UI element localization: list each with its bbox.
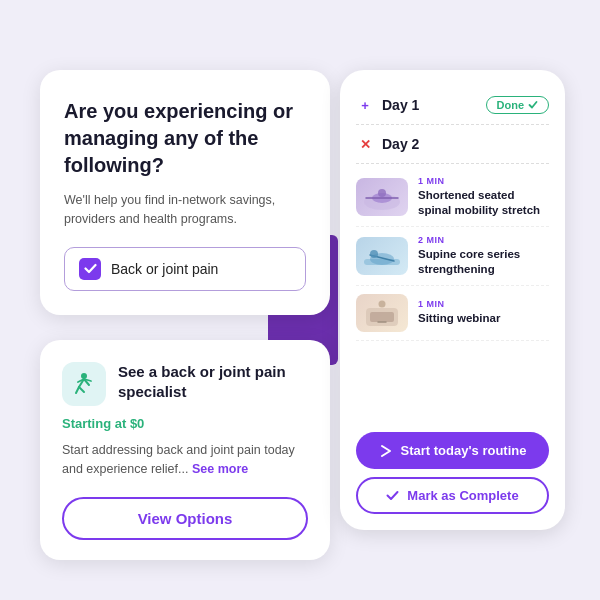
- question-heading: Are you experiencing or managing any of …: [64, 98, 306, 179]
- day2-label: Day 2: [382, 136, 549, 152]
- svg-line-4: [79, 387, 84, 392]
- exercise-duration-2: 2 MIN: [418, 235, 549, 245]
- day1-divider: [356, 124, 549, 125]
- specialist-icon-wrap: [62, 362, 106, 406]
- checkbox-icon: [79, 258, 101, 280]
- question-subtitle: We'll help you find in-network savings, …: [64, 191, 306, 229]
- svg-point-14: [370, 250, 378, 258]
- day2-row[interactable]: ✕ Day 2: [356, 129, 549, 159]
- exercise-item-1: 1 MIN Shortened seated spinal mobility s…: [356, 168, 549, 227]
- exercise-name-3: Sitting webinar: [418, 311, 549, 326]
- checkbox-row[interactable]: Back or joint pain: [64, 247, 306, 291]
- svg-point-17: [379, 300, 386, 307]
- exercise-duration-3: 1 MIN: [418, 299, 549, 309]
- starting-price: Starting at $0: [62, 416, 308, 431]
- exercise-thumb-3: [356, 294, 408, 332]
- person-stretching-icon: [71, 371, 97, 397]
- exercise-name-1: Shortened seated spinal mobility stretch: [418, 188, 549, 218]
- exercise-list: 1 MIN Shortened seated spinal mobility s…: [356, 168, 549, 422]
- mark-complete-button[interactable]: Mark as Complete: [356, 477, 549, 514]
- exercise-info-3: 1 MIN Sitting webinar: [418, 299, 549, 326]
- exercise-thumb-1: [356, 178, 408, 216]
- svg-point-10: [378, 189, 386, 197]
- svg-rect-16: [370, 312, 394, 322]
- done-badge: Done: [486, 96, 550, 114]
- exercise-name-2: Supine core series strengthening: [418, 247, 549, 277]
- day1-label: Day 1: [382, 97, 478, 113]
- specialist-card: See a back or joint pain specialist Star…: [40, 340, 330, 560]
- exercise-item-3: 1 MIN Sitting webinar: [356, 286, 549, 341]
- checkmark-outline-icon: [386, 489, 399, 502]
- day1-row[interactable]: + Day 1 Done: [356, 90, 549, 120]
- scene: Are you experiencing or managing any of …: [20, 40, 580, 560]
- checkmark-icon: [528, 100, 538, 110]
- exercise-duration-1: 1 MIN: [418, 176, 549, 186]
- specialist-header: See a back or joint pain specialist: [62, 362, 308, 406]
- exercise-item-2: 2 MIN Supine core series strengthening: [356, 227, 549, 286]
- exercise-thumb-2: [356, 237, 408, 275]
- day2-icon: ✕: [356, 135, 374, 153]
- day2-divider: [356, 163, 549, 164]
- specialist-description: Start addressing back and joint pain tod…: [62, 441, 308, 479]
- specialist-heading: See a back or joint pain specialist: [118, 362, 308, 403]
- exercise-info-1: 1 MIN Shortened seated spinal mobility s…: [418, 176, 549, 218]
- see-more-link[interactable]: See more: [192, 462, 248, 476]
- question-card: Are you experiencing or managing any of …: [40, 70, 330, 315]
- exercise-info-2: 2 MIN Supine core series strengthening: [418, 235, 549, 277]
- action-buttons: Start today's routine Mark as Complete: [356, 432, 549, 514]
- routine-card: + Day 1 Done ✕ Day 2: [340, 70, 565, 530]
- day1-icon: +: [356, 96, 374, 114]
- view-options-button[interactable]: View Options: [62, 497, 308, 540]
- arrow-right-icon: [379, 444, 393, 458]
- start-routine-button[interactable]: Start today's routine: [356, 432, 549, 469]
- checkbox-label: Back or joint pain: [111, 261, 218, 277]
